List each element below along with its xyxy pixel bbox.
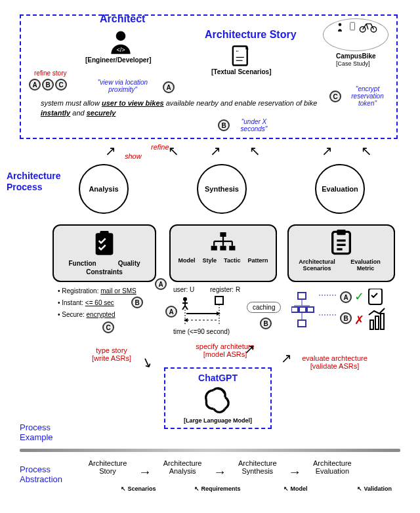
arrow-icon: ↗ [244,341,255,357]
model-label: Model [178,257,196,264]
marker-c-1: C [55,79,67,91]
constraints-label: Constraints [58,268,151,276]
note-b: "under X seconds" [231,118,277,133]
svg-rect-38 [298,293,306,299]
marker-c-3: C [102,321,114,333]
pattern-label: Pattern [247,257,268,264]
seq-register: register: R [210,286,240,293]
document-icon: " [231,45,251,68]
arrow-icon: ↗ [281,350,292,366]
eval-metric-label: Evaluation Metric [346,258,385,272]
style-label: Style [203,257,217,264]
seq-time: time (<=90 second) [173,328,230,335]
svg-rect-20 [229,246,235,251]
marker-b-3: B [131,297,143,308]
marker-a-3: A [155,278,167,290]
marker-b-5: B [340,312,352,324]
marker-a-5: A [340,291,352,303]
svg-rect-26 [215,297,223,304]
marker-b-4: B [260,318,272,329]
refine-label: refine [151,143,169,151]
quality-label: Quality [118,260,140,267]
svg-point-0 [116,31,126,41]
chatgpt-box: ChatGPT [Large Language Model] [164,367,272,429]
svg-rect-19 [220,246,226,251]
arrow-icon: ↖ [361,143,372,159]
svg-rect-50 [369,289,382,304]
constraint-3: • Secure: encrypted [58,311,115,318]
architect-title: Architect [100,13,145,25]
evaluation-circle: Evaluation [315,164,365,214]
abs-sub-requirements: ↖ Requirements [194,485,241,492]
constraint-1: • Registration: mail or SMS [58,287,136,295]
synthesis-box: Model Style Tactic Pattern [169,224,277,282]
svg-text:✓: ✓ [354,290,364,303]
case-study-bubble [323,18,388,51]
tactic-label: Tactic [224,257,240,264]
seq-user: user: U [173,286,194,293]
architecture-story-panel: Architect </> [Engineer/Developer] Archi… [20,14,398,139]
abs-story: Architecture Story [83,459,133,475]
caching-bubble: caching [247,302,281,313]
note-a: "view via location proximity" [87,79,159,93]
svg-point-21 [183,297,187,301]
arrow-icon: ↗ [105,143,116,159]
abs-synthesis: Architecture Synthesis [232,459,282,475]
abs-analysis: Architecture Analysis [158,459,207,475]
openai-logo-icon [203,386,232,415]
arrow-icon: ↖ [168,143,179,159]
abs-sub-model: ↖ Model [284,485,308,492]
svg-marker-32 [184,318,188,322]
abs-evaluation: Architecture Evaluation [307,459,357,475]
svg-rect-2 [233,46,247,65]
abs-sub-scenarios: ↖ Scenarios [121,485,156,492]
svg-rect-7 [350,22,355,30]
process-abstraction-label: Process Abstraction [20,464,79,484]
marker-a-1: A [29,79,41,91]
story-title: Architecture Story [205,29,297,41]
marker-a-4: A [165,306,177,318]
svg-rect-51 [370,320,373,329]
svg-line-25 [185,306,188,310]
arch-scenarios-label: Architectural Scenarios [297,258,337,272]
arrow-icon: ↖ [249,143,261,159]
marker-c-2: C [329,91,341,102]
svg-point-9 [371,27,376,32]
synthesis-circle: Synthesis [197,164,247,214]
textual-scenarios-label: [Textual Scenarios] [211,68,272,75]
case-sub: [Case Study] [336,60,370,67]
arrow-icon: ↗ [322,143,333,159]
note-c: "encrypt reservation token" [341,85,394,107]
svg-rect-11 [100,231,108,236]
chatgpt-sub: [Large Language Model] [169,417,266,424]
function-label: Function [68,260,96,267]
process-example-label: Process Example [20,422,72,442]
svg-rect-45 [298,320,306,327]
type-story-label: type story[write ASRs] [79,346,144,362]
svg-rect-12 [220,232,226,237]
requirement-text: system must allow user to view bikes ava… [41,98,323,119]
svg-rect-43 [307,307,314,312]
svg-rect-41 [291,307,298,312]
divider-bar [20,449,400,452]
abstraction-flow: Architecture Story → Architecture Analys… [79,459,413,480]
arrow-icon: ↗ [210,143,221,159]
analysis-box: Function Quality Constraints [52,224,156,282]
refine-story-label: refine story [34,70,66,77]
analysis-circle: Analysis [79,164,129,214]
svg-rect-34 [337,230,345,235]
show-label: show [125,152,142,160]
svg-marker-30 [217,312,220,316]
architect-subtitle: [Engineer/Developer] [85,56,152,64]
svg-rect-42 [299,307,306,312]
svg-rect-53 [381,314,384,329]
svg-rect-52 [375,316,379,329]
svg-text:✗: ✗ [354,314,364,327]
constraint-2: • Instant: <= 60 sec [58,299,114,306]
svg-rect-10 [96,233,114,255]
evaluation-box: Architectural Scenarios Evaluation Metri… [287,224,395,282]
abs-sub-validation: ↖ Validation [357,485,392,492]
svg-text:": " [236,49,239,56]
svg-point-8 [360,27,365,32]
person-icon: </> [106,28,135,58]
